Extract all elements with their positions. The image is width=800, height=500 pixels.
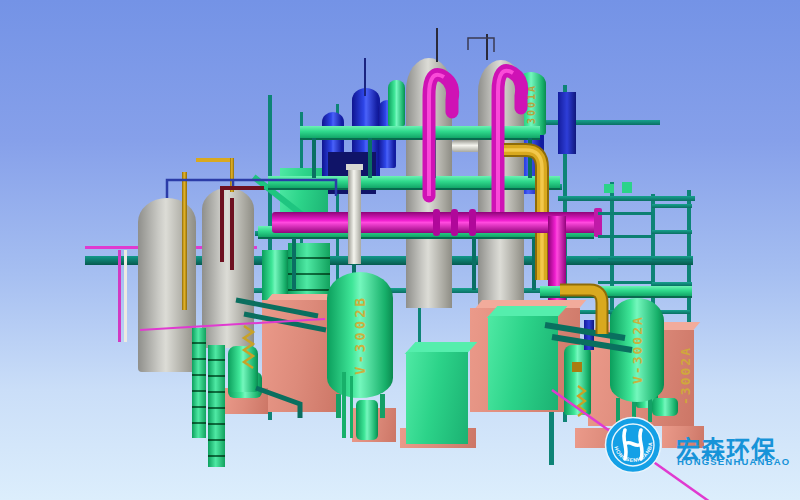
pipe-small-magenta	[118, 250, 121, 342]
pump-elbow-right	[652, 398, 678, 416]
pipe-yellow-riser	[230, 158, 234, 192]
vessel-v3002b: V-3002B	[327, 272, 393, 398]
expansion-bellows	[451, 209, 458, 236]
pump-3	[564, 345, 591, 415]
pump-base-3	[575, 428, 641, 448]
pump-motor	[572, 362, 582, 372]
logo-latin-name: HONGSENHUANBAO	[677, 456, 790, 467]
platform-deck-right	[540, 286, 692, 298]
small-green-pipe	[350, 376, 353, 438]
platform-deck-upper	[300, 126, 540, 140]
plant-3d-render: 3001A	[0, 0, 800, 500]
pump-1	[228, 346, 258, 392]
frame-rung	[652, 204, 692, 208]
deck-post	[528, 138, 532, 178]
pipe-yellow-top	[196, 158, 234, 162]
instrument-loop	[468, 38, 494, 52]
blue-vessel-5	[558, 92, 576, 154]
expansion-bellows	[433, 209, 440, 236]
foundation-label-3002a: -3002A	[676, 328, 694, 424]
deck-post	[432, 138, 436, 178]
pipe-small-white	[124, 250, 127, 342]
small-green-pipe	[342, 372, 346, 438]
platform-deck-middle	[268, 176, 560, 190]
deck-post	[368, 138, 372, 178]
instrument-rod	[437, 28, 487, 62]
storage-tank-2	[202, 188, 254, 348]
pipe-yellow-left	[182, 172, 187, 310]
plate-heat-exchanger	[598, 192, 652, 292]
green-drum-top	[388, 80, 405, 126]
storage-tank-1	[138, 198, 196, 372]
column-white-cap	[346, 164, 363, 170]
expansion-bellows	[469, 209, 476, 236]
hx-tab	[622, 182, 632, 193]
hx-tab	[604, 184, 614, 193]
vessel-v3002a: V-3002A	[610, 298, 664, 402]
pump-under-v3002b	[356, 400, 378, 440]
deck-post	[292, 238, 296, 290]
column-white	[348, 168, 361, 264]
vessel-leg	[632, 400, 636, 426]
vessel-v3002a-label: V-3002A	[610, 298, 664, 402]
box-tank-front	[406, 352, 468, 444]
frame-beam	[538, 120, 660, 125]
blue-small-vessel	[584, 320, 594, 350]
deck-post	[532, 238, 536, 290]
filter-column-1	[192, 328, 206, 438]
filter-column-2	[208, 345, 225, 467]
vessel-v3002b-label: V-3002B	[327, 272, 393, 398]
frame-rung	[652, 256, 692, 260]
box-tank-center	[488, 316, 558, 410]
frame-rung	[652, 230, 692, 234]
deck-post	[312, 138, 316, 178]
deck-post	[472, 238, 476, 290]
